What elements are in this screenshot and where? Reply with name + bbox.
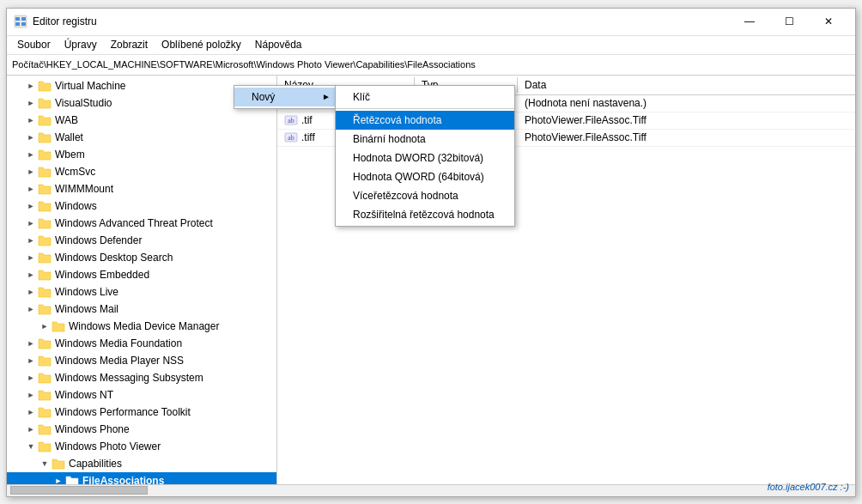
detail-row[interactable]: ab (Výchozí) REG_SZ (Hodnota není nastav… [277,95,855,112]
tree-label: Windows Defender [55,234,142,246]
svg-rect-2 [21,17,26,21]
tree-label: Windows Embedded [55,269,149,281]
minimize-button[interactable]: — [730,8,769,35]
cell-type: REG_SZ [415,131,518,143]
tree-label: Windows Advanced Threat Protect [55,217,213,229]
tree-item[interactable]: ► Windows Media Player NSS [7,352,276,369]
tree-item[interactable]: ► Windows NT [7,386,276,404]
folder-icon [38,182,52,196]
tree-item[interactable]: ▼ Windows Photo Viewer [7,438,276,455]
folder-icon [38,113,52,127]
tree-item[interactable]: ► WIMMMount [7,180,276,197]
folder-icon [38,337,52,350]
tree-item[interactable]: ► Windows Desktop Search [7,249,276,266]
tree-item[interactable]: ► Windows Advanced Threat Protect [7,215,276,232]
col-header-name: Název [277,77,415,93]
detail-row[interactable]: ab .tiff REG_SZ PhotoViewer.FileAssoc.Ti… [277,130,855,147]
folder-icon [38,440,52,453]
cell-name-text: (Výchozí) [301,97,345,109]
tree-item[interactable]: ▼ Capabilities [7,455,276,472]
app-icon [14,15,27,28]
tree-arrow: ► [24,113,38,127]
tree-arrow: ► [24,199,38,213]
tree-arrow: ► [24,148,38,161]
tree-item[interactable]: ► VisualStudio [7,94,276,112]
tree-item[interactable]: ► WAB [7,112,276,129]
maximize-button[interactable]: ☐ [769,8,809,35]
tree-arrow: ► [24,234,38,247]
title-bar: Editor registru — ☐ ✕ [7,9,855,36]
detail-row[interactable]: ab .tif REG_SZ PhotoViewer.FileAssoc.Tif… [277,112,855,130]
detail-pane: Název Typ Data ab [277,76,855,484]
tree-label: Windows Media Foundation [55,337,182,349]
folder-icon [38,388,52,402]
cell-data: PhotoViewer.FileAssoc.Tiff [518,131,855,143]
menu-soubor[interactable]: Soubor [10,37,58,52]
tree-arrow: ► [24,79,38,93]
tree-item[interactable]: ► Windows Media Device Manager [7,318,276,335]
tree-item[interactable]: ► Wallet [7,129,276,146]
close-button[interactable]: ✕ [809,8,848,35]
tree-label: Windows Messaging Subsystem [55,372,203,384]
address-bar: Počítač\HKEY_LOCAL_MACHINE\SOFTWARE\Micr… [7,55,855,76]
menu-oblibene[interactable]: Oblíbené položky [155,37,248,52]
tree-label: Windows Performance Toolkit [55,406,191,418]
tree-label: Virtual Machine [55,80,126,92]
detail-header: Název Typ Data [277,76,855,95]
tree-item[interactable]: ► Windows Phone [7,421,276,438]
folder-icon [38,422,52,436]
folder-icon [38,96,52,110]
tree-label: WAB [55,114,78,126]
window-title: Editor registru [33,15,730,27]
tree-arrow: ► [24,388,38,402]
svg-rect-1 [15,17,20,21]
tree-item[interactable]: ► Virtual Machine [7,77,276,94]
tree-item[interactable]: ► Windows Live [7,283,276,301]
menu-zobrazit[interactable]: Zobrazit [104,37,155,52]
svg-text:ab: ab [288,117,294,124]
folder-icon [38,405,52,419]
tree-label: Windows Photo Viewer [55,440,161,452]
tree-item[interactable]: ► Windows Performance Toolkit [7,404,276,421]
reg-string-icon: ab [284,113,298,127]
detail-rows: ab (Výchozí) REG_SZ (Hodnota není nastav… [277,95,855,484]
tree-item[interactable]: ► Windows Mail [7,301,276,318]
main-area: ► Virtual Machine ► VisualStudio ► [7,76,855,484]
cell-name: ab (Výchozí) [277,96,415,110]
tree-pane[interactable]: ► Virtual Machine ► VisualStudio ► [7,76,277,484]
tree-item[interactable]: ► WcmSvc [7,163,276,180]
svg-text:ab: ab [288,100,294,107]
tree-item[interactable]: ► Windows [7,197,276,215]
folder-icon [38,285,52,299]
tree-item[interactable]: ► Windows Embedded [7,266,276,283]
tree-arrow: ► [24,268,38,282]
tree-arrow: ▼ [24,440,38,453]
tree-item[interactable]: ► Windows Defender [7,232,276,249]
tree-arrow: ▼ [38,457,52,471]
folder-icon [38,234,52,247]
tree-arrow: ► [24,405,38,419]
tree-item[interactable]: ► Windows Media Foundation [7,335,276,352]
svg-rect-3 [15,22,20,26]
folder-icon-selected [65,474,79,484]
tree-label: Windows Desktop Search [55,252,173,264]
menu-upravy[interactable]: Úpravy [58,37,104,52]
tree-arrow: ► [24,422,38,436]
bottom-scrollbar[interactable] [7,484,855,496]
tree-item[interactable]: ► Wbem [7,146,276,163]
cell-data: (Hodnota není nastavena.) [518,97,855,109]
tree-item[interactable]: ► Windows Messaging Subsystem [7,369,276,386]
folder-icon [38,131,52,144]
window-controls: — ☐ ✕ [730,8,848,35]
folder-icon [38,251,52,264]
tree-label: WcmSvc [55,166,95,178]
tree-arrow: ► [24,165,38,179]
folder-icon [52,457,65,471]
tree-item-fileassociations[interactable]: ► FileAssociations [7,472,276,484]
cell-name: ab .tif [277,113,415,127]
tree-label: Windows Media Device Manager [69,320,219,332]
menu-napoveda[interactable]: Nápověda [248,37,309,52]
address-text: Počítač\HKEY_LOCAL_MACHINE\SOFTWARE\Micr… [12,59,476,70]
folder-icon [38,79,52,93]
folder-icon [52,319,65,333]
